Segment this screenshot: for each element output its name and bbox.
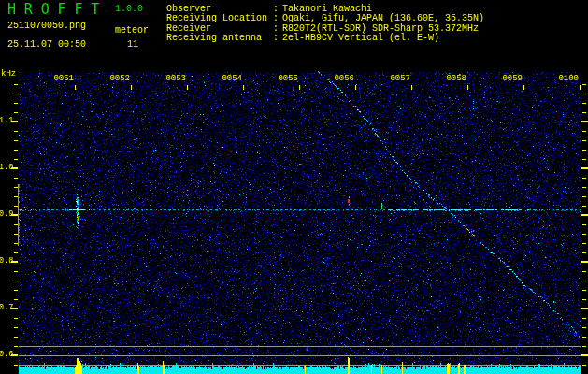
freq-axis-label: 0.6 <box>0 351 13 359</box>
freq-axis-label: 1.1 <box>0 117 13 125</box>
station-info-value: 2el-HB9CV Vertical (el. E-W) <box>282 33 439 43</box>
app-title: H R O F F T <box>7 3 99 17</box>
echo-count: 11 <box>127 40 138 50</box>
freq-axis-label: 0.7 <box>0 304 13 312</box>
freq-axis-unit: kHz <box>1 70 16 79</box>
time-axis-label: 0054 <box>214 75 242 83</box>
time-axis-label: 0059 <box>495 75 523 83</box>
time-axis-label: 0058 <box>438 75 466 83</box>
time-axis-label: 0053 <box>158 75 186 83</box>
station-info-row: Receiving antenna:2el-HB9CV Vertical (el… <box>166 34 484 43</box>
time-axis-label: 0055 <box>270 75 298 83</box>
station-info-separator: : <box>273 34 282 43</box>
station-info-label: Receiving antenna <box>166 34 273 43</box>
hrofft-output-image: H R O F F T 1.0.0 2511070050.png meteor … <box>0 0 588 374</box>
spectrogram-canvas <box>0 0 588 374</box>
freq-axis-label: 1.0 <box>0 164 13 172</box>
time-axis-label: 0056 <box>326 75 354 83</box>
time-axis-label: 0051 <box>46 75 74 83</box>
station-info: Observer:Takanori KawachiReceiving Locat… <box>166 5 484 43</box>
freq-axis-label: 0.9 <box>0 210 13 219</box>
time-axis-label: 0057 <box>382 75 410 83</box>
time-axis-label: 0100 <box>551 75 579 83</box>
app-version: 1.0.0 <box>115 5 143 14</box>
observation-datetime: 25.11.07 00:50 <box>7 40 86 50</box>
freq-axis-label: 0.8 <box>0 257 13 266</box>
time-axis-label: 0052 <box>102 75 130 83</box>
output-filename: 2511070050.png <box>7 22 86 31</box>
observation-mode: meteor <box>115 26 149 36</box>
